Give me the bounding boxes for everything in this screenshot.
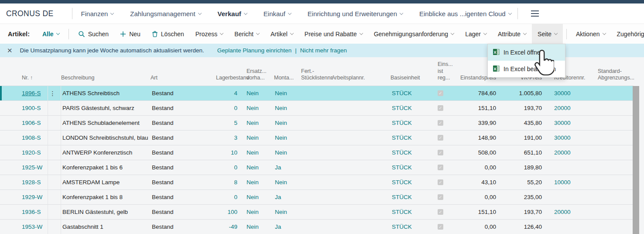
menu-lager[interactable]: Lager	[459, 24, 492, 44]
item-standard-abgrenzungs[interactable]	[593, 220, 634, 234]
item-einstandspreis[interactable]: 0,00	[456, 220, 500, 234]
item-description[interactable]: Konferenzpaket 1 bis 8	[61, 190, 151, 205]
table-row[interactable]: 1906-S ⋮ ATHENS Schubladenelement Bestan…	[0, 116, 634, 131]
item-kreditorennr[interactable]	[545, 190, 593, 205]
item-art[interactable]: Bestand	[151, 220, 216, 234]
item-kreditorennr[interactable]: 20000	[545, 205, 593, 220]
item-art[interactable]: Bestand	[151, 175, 216, 190]
link-nicht-mehr-fragen[interactable]: Nicht mehr fragen	[300, 47, 347, 54]
menu-seite[interactable]: Seite	[532, 24, 563, 44]
item-montage[interactable]: Nein	[274, 131, 301, 145]
delete-button[interactable]: Löschen	[146, 24, 190, 44]
menu-attribute[interactable]: Attribute	[492, 24, 532, 44]
item-arbeitsplannr[interactable]	[332, 205, 391, 220]
column-header-nr[interactable]: Nr.↑	[0, 75, 48, 86]
item-lagerbestand[interactable]: 100	[216, 205, 241, 220]
item-fert-stuecklistennr[interactable]	[301, 101, 332, 116]
item-basiseinheit[interactable]: STÜCK	[391, 86, 434, 101]
item-lagerbestand[interactable]: 4	[216, 86, 241, 101]
menu-item-in-excel-bearbeiten[interactable]: X In Excel bearbeiten	[488, 61, 565, 77]
menu-bericht[interactable]: Bericht	[229, 24, 265, 44]
column-header-basiseinheit[interactable]: Basiseinheit	[391, 75, 434, 86]
checked-checkbox[interactable]: ✓	[438, 224, 443, 230]
item-arbeitsplannr[interactable]	[332, 116, 391, 131]
nav-item-einrichtung[interactable]: Einrichtung und Erweiterungen	[308, 10, 403, 17]
item-basiseinheit[interactable]: STÜCK	[391, 205, 434, 220]
checked-checkbox[interactable]: ✓	[438, 194, 443, 200]
item-lagerbestand[interactable]: 8	[216, 175, 241, 190]
column-header-eins-ist-reg[interactable]: Eins... ist reg...	[434, 61, 456, 86]
column-header-arbeitsplannr[interactable]: Arbeitsplannr.	[332, 75, 391, 86]
column-header-montage[interactable]: Monta...	[274, 75, 301, 86]
item-basiseinheit[interactable]: STÜCK	[391, 101, 434, 116]
item-ersatz-vorhanden[interactable]: Nein	[241, 190, 274, 205]
item-arbeitsplannr[interactable]	[332, 160, 391, 175]
item-ersatz-vorhanden[interactable]: Nein	[241, 175, 274, 190]
item-basiseinheit[interactable]: STÜCK	[391, 190, 434, 205]
item-vk-preis[interactable]: 55,20	[500, 175, 545, 190]
checked-checkbox[interactable]: ✓	[438, 209, 443, 215]
item-kreditorennr[interactable]: 30000	[545, 131, 593, 145]
item-montage[interactable]: Nein	[274, 101, 301, 116]
item-number-link[interactable]: 1936-S	[0, 205, 48, 220]
item-fert-stuecklistennr[interactable]	[301, 160, 332, 175]
item-art[interactable]: Bestand	[151, 190, 216, 205]
column-header-beschreibung[interactable]: Beschreibung	[61, 75, 151, 86]
new-button[interactable]: Neu	[114, 24, 146, 44]
item-vk-preis[interactable]: 189,80	[500, 160, 545, 175]
nav-item-einkauf[interactable]: Einkauf	[264, 10, 291, 17]
item-vk-preis[interactable]: 191,00	[500, 131, 545, 145]
item-montage[interactable]: Ja	[274, 190, 301, 205]
table-row[interactable]: 1953-W ⋮ Gastabschnitt 1 Bestand -49 Nei…	[0, 220, 634, 234]
item-art[interactable]: Bestand	[151, 86, 216, 101]
item-einstandspreis[interactable]: 339,90	[456, 116, 500, 131]
menu-prozess[interactable]: Prozess	[190, 24, 229, 44]
item-arbeitsplannr[interactable]	[332, 101, 391, 116]
item-basiseinheit[interactable]: STÜCK	[391, 160, 434, 175]
item-basiseinheit[interactable]: STÜCK	[391, 145, 434, 160]
item-einstandspreis[interactable]: 148,90	[456, 131, 500, 145]
column-header-standard-abgrenzungs[interactable]: Standard- Abgrenzungs...	[593, 68, 634, 86]
item-lagerbestand[interactable]: 5	[216, 116, 241, 131]
item-ersatz-vorhanden[interactable]: Nein	[241, 220, 274, 234]
item-standard-abgrenzungs[interactable]	[593, 86, 634, 101]
item-vk-preis[interactable]: 235,00	[500, 190, 545, 205]
item-kreditorennr[interactable]: 30000	[545, 86, 593, 101]
item-ersatz-vorhanden[interactable]: Nein	[241, 160, 274, 175]
vertical-scrollbar[interactable]	[633, 86, 639, 234]
nav-item-finanzen[interactable]: Finanzen	[81, 10, 114, 17]
item-vk-preis[interactable]: 651,10	[500, 145, 545, 160]
item-standard-abgrenzungs[interactable]	[593, 190, 634, 205]
nav-item-einblicke-cloud[interactable]: Einblicke aus ...igenten Cloud	[419, 10, 511, 17]
item-kreditorennr[interactable]	[545, 220, 593, 234]
item-kreditorennr[interactable]: 20000	[545, 145, 593, 160]
item-arbeitsplannr[interactable]	[332, 86, 391, 101]
table-row[interactable]: 1900-S ⋮ PARIS Gästestuhl, schwarz Besta…	[0, 101, 634, 116]
checked-checkbox[interactable]: ✓	[438, 105, 443, 111]
table-row[interactable]: 1896-S ⋮ ATHENS Schreibtisch Bestand 4 N…	[0, 86, 634, 101]
column-header-ersatz[interactable]: Ersatz... vorha...	[241, 68, 274, 86]
item-fert-stuecklistennr[interactable]	[301, 86, 332, 101]
item-description[interactable]: AMSTERDAM Lampe	[61, 175, 151, 190]
item-montage[interactable]: Nein	[274, 145, 301, 160]
item-fert-stuecklistennr[interactable]	[301, 190, 332, 205]
link-geplante-planung[interactable]: Geplante Planung einrichten	[217, 47, 291, 54]
hamburger-menu-icon[interactable]	[531, 10, 539, 17]
item-number-link[interactable]: 1925-W	[0, 160, 48, 175]
item-number-link[interactable]: 1906-S	[0, 116, 48, 131]
item-basiseinheit[interactable]: STÜCK	[391, 220, 434, 234]
item-basiseinheit[interactable]: STÜCK	[391, 131, 434, 145]
item-standard-abgrenzungs[interactable]	[593, 131, 634, 145]
item-fert-stuecklistennr[interactable]	[301, 220, 332, 234]
item-fert-stuecklistennr[interactable]	[301, 145, 332, 160]
item-vk-preis[interactable]: 193,70	[500, 205, 545, 220]
item-standard-abgrenzungs[interactable]	[593, 160, 634, 175]
checked-checkbox[interactable]: ✓	[438, 135, 443, 141]
item-einstandspreis[interactable]: 43,10	[456, 175, 500, 190]
item-fert-stuecklistennr[interactable]	[301, 205, 332, 220]
item-lagerbestand[interactable]: -49	[216, 220, 241, 234]
item-description[interactable]: LONDON Schreibtischstuhl, blau	[61, 131, 151, 145]
item-montage[interactable]: Nein	[274, 116, 301, 131]
item-ersatz-vorhanden[interactable]: Nein	[241, 101, 274, 116]
column-header-art[interactable]: Art	[151, 75, 216, 86]
